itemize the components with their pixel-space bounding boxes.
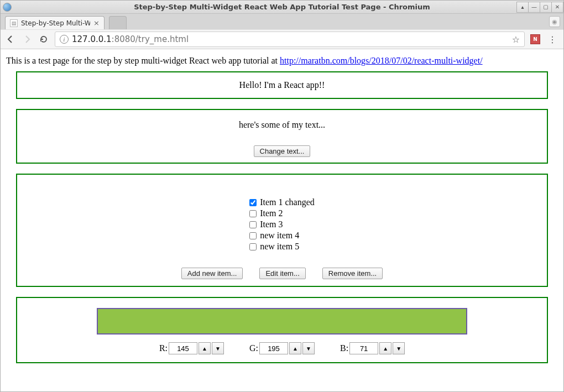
rollup-button[interactable]: ▴	[516, 2, 529, 13]
extension-icon[interactable]: N	[530, 34, 540, 44]
app-window: Step-by-Step Multi-Widget React Web App …	[0, 0, 564, 392]
url-text: 127.0.0.1:8080/try_me.html	[72, 34, 189, 44]
profile-button[interactable]: ◉	[549, 16, 560, 27]
r-input[interactable]	[169, 342, 197, 354]
g-control: G: ▲ ▼	[249, 342, 315, 354]
url-path: :8080/try_me.html	[112, 34, 189, 44]
b-control: B: ▲ ▼	[340, 342, 405, 354]
window-controls: ▴ — ▢ ✕	[517, 2, 563, 13]
address-bar[interactable]: i 127.0.0.1:8080/try_me.html ☆	[55, 32, 525, 47]
site-info-icon[interactable]: i	[60, 35, 69, 44]
url-host: 127.0.0.1	[72, 34, 112, 44]
close-window-button[interactable]: ✕	[551, 2, 563, 13]
b-input[interactable]	[349, 342, 378, 354]
hello-text: Hello! I'm a React app!!	[23, 80, 541, 90]
widget-hello: Hello! I'm a React app!!	[16, 71, 548, 99]
browser-tab[interactable]: ▤ Step-by-Step Multi-W ×	[5, 16, 105, 29]
item-checkbox[interactable]	[249, 243, 257, 250]
chromium-icon	[3, 3, 12, 12]
item-checkbox[interactable]	[249, 221, 257, 228]
add-item-button[interactable]: Add new item...	[181, 268, 243, 279]
item-checkbox[interactable]	[249, 199, 257, 206]
os-titlebar: Step-by-Step Multi-Widget React Web App …	[1, 1, 563, 14]
arrow-right-icon	[23, 35, 32, 44]
item-label: new item 5	[260, 241, 299, 252]
widget-checklist: Item 1 changed Item 2 Item 3 new item 4	[16, 174, 548, 287]
new-tab-button[interactable]	[109, 16, 127, 29]
forward-button	[22, 34, 33, 45]
r-control: R: ▲ ▼	[159, 342, 224, 354]
g-down-button[interactable]: ▼	[302, 342, 315, 354]
widget-color-picker: R: ▲ ▼ G: ▲ ▼ B: ▲ ▼	[16, 297, 548, 363]
maximize-button[interactable]: ▢	[540, 2, 552, 13]
g-up-button[interactable]: ▲	[289, 342, 301, 354]
arrow-left-icon	[6, 35, 15, 44]
reload-icon	[39, 35, 48, 44]
page-content: This is a test page for the step by step…	[1, 49, 563, 391]
list-item: Item 1 changed	[249, 197, 315, 208]
list-item: Item 2	[249, 208, 315, 219]
widget-text-editor: here's some of my text... Change text...	[16, 109, 548, 164]
item-checkbox[interactable]	[249, 210, 257, 217]
item-label: Item 2	[260, 208, 283, 219]
intro-text: This is a test page for the step by step…	[6, 56, 558, 66]
r-up-button[interactable]: ▲	[199, 342, 211, 354]
page-favicon-icon: ▤	[10, 19, 18, 27]
b-up-button[interactable]: ▲	[379, 342, 391, 354]
item-label: Item 3	[260, 219, 283, 230]
list-item: Item 3	[249, 219, 315, 230]
window-title: Step-by-Step Multi-Widget React Web App …	[1, 3, 563, 11]
minimize-button[interactable]: —	[528, 2, 540, 13]
b-down-button[interactable]: ▼	[393, 342, 405, 354]
intro-prefix: This is a test page for the step by step…	[6, 56, 280, 65]
editable-text: here's some of my text...	[23, 120, 541, 130]
item-checkbox[interactable]	[249, 232, 257, 239]
browser-menu-button[interactable]: ⋮	[546, 34, 559, 45]
edit-item-button[interactable]: Edit item...	[259, 268, 305, 279]
change-text-button[interactable]: Change text...	[254, 145, 311, 157]
list-item: new item 4	[249, 230, 315, 241]
r-label: R:	[159, 343, 168, 353]
tutorial-link[interactable]: http://maratbn.com/blogs/2018/07/02/reac…	[280, 56, 483, 65]
tab-close-icon[interactable]: ×	[93, 19, 100, 27]
reload-button[interactable]	[38, 34, 49, 45]
color-swatch	[97, 308, 467, 334]
g-input[interactable]	[259, 342, 288, 354]
back-button[interactable]	[5, 34, 16, 45]
browser-toolbar: i 127.0.0.1:8080/try_me.html ☆ N ⋮	[1, 29, 563, 49]
bookmark-star-icon[interactable]: ☆	[512, 34, 520, 45]
r-down-button[interactable]: ▼	[212, 342, 224, 354]
remove-item-button[interactable]: Remove item...	[322, 268, 383, 279]
item-label: Item 1 changed	[260, 197, 315, 208]
item-label: new item 4	[260, 230, 299, 241]
tab-strip: ▤ Step-by-Step Multi-W × ◉	[1, 14, 563, 29]
checklist: Item 1 changed Item 2 Item 3 new item 4	[249, 197, 315, 252]
list-item: new item 5	[249, 241, 315, 252]
rgb-controls: R: ▲ ▼ G: ▲ ▼ B: ▲ ▼	[23, 342, 541, 354]
checklist-buttons: Add new item... Edit item... Remove item…	[23, 268, 541, 279]
tab-title: Step-by-Step Multi-W	[21, 19, 90, 27]
g-label: G:	[249, 343, 258, 353]
b-label: B:	[340, 343, 348, 353]
